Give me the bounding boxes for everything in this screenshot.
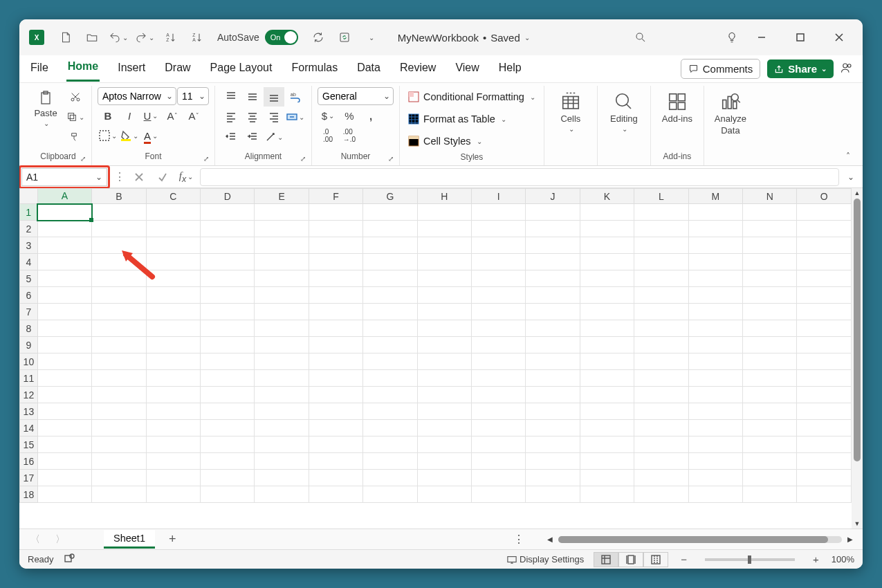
col-header-F[interactable]: F [309, 189, 362, 204]
enter-formula-button[interactable] [153, 168, 172, 186]
lightbulb-icon[interactable] [720, 26, 744, 49]
wrap-text-button[interactable]: ab [285, 87, 306, 107]
scroll-down-icon[interactable]: ▼ [853, 519, 862, 529]
comments-button[interactable]: Comments [681, 59, 761, 79]
col-header-K[interactable]: K [580, 189, 634, 204]
font-color-button[interactable]: A⌄ [140, 126, 161, 145]
align-left-button[interactable] [221, 107, 241, 127]
merge-center-button[interactable]: ⌄ [285, 107, 306, 127]
vscroll-thumb[interactable] [854, 199, 861, 461]
cell-styles-button[interactable]: Cell Styles⌄ [405, 131, 485, 151]
format-painter-button[interactable] [65, 127, 86, 147]
col-header-J[interactable]: J [526, 189, 580, 204]
vertical-scrollbar[interactable]: ▲ ▼ [852, 188, 863, 529]
select-all-corner[interactable] [20, 189, 38, 204]
view-page-break-button[interactable] [643, 552, 668, 567]
row-header-4[interactable]: 4 [20, 254, 38, 270]
horizontal-scrollbar[interactable] [558, 536, 842, 543]
decrease-indent-button[interactable] [221, 127, 241, 147]
percent-button[interactable]: % [339, 106, 360, 125]
insert-function-button[interactable]: fx⌄ [176, 168, 196, 186]
tab-view[interactable]: View [454, 57, 480, 81]
row-header-5[interactable]: 5 [20, 270, 38, 287]
align-right-button[interactable] [264, 107, 284, 127]
collapse-ribbon-button[interactable]: ˄ [839, 147, 857, 165]
col-header-M[interactable]: M [688, 189, 742, 204]
tab-formulas[interactable]: Formulas [290, 57, 339, 81]
sheet-nav-prev[interactable]: 〈 [26, 533, 44, 546]
align-center-button[interactable] [242, 107, 263, 127]
row-header-2[interactable]: 2 [20, 221, 38, 237]
view-normal-button[interactable] [594, 552, 618, 567]
sort-desc-icon[interactable]: ZA [185, 26, 209, 49]
clipboard-dialog-launcher[interactable]: ⤢ [80, 155, 86, 163]
name-box[interactable]: A1 [21, 168, 107, 186]
row-header-9[interactable]: 9 [20, 337, 38, 353]
share-button[interactable]: Share ⌄ [767, 59, 834, 78]
col-header-G[interactable]: G [363, 189, 417, 204]
align-middle-button[interactable] [242, 87, 263, 107]
col-header-O[interactable]: O [797, 189, 852, 204]
sheet-menu-icon[interactable]: ⋮ [513, 533, 524, 546]
italic-button[interactable]: I [119, 106, 140, 125]
font-dialog-launcher[interactable]: ⤢ [203, 155, 209, 163]
format-as-table-button[interactable]: Format as Table⌄ [405, 109, 509, 129]
currency-button[interactable]: $⌄ [318, 106, 338, 125]
tab-insert[interactable]: Insert [116, 57, 147, 81]
hscroll-left-icon[interactable]: ◀ [544, 535, 555, 543]
copy-button[interactable]: ⌄ [65, 107, 86, 127]
col-header-B[interactable]: B [92, 189, 146, 204]
underline-button[interactable]: U⌄ [140, 106, 161, 125]
macro-record-icon[interactable] [64, 553, 75, 566]
alignment-dialog-launcher[interactable]: ⤢ [300, 155, 306, 163]
col-header-I[interactable]: I [472, 189, 526, 204]
sync-icon[interactable] [333, 26, 356, 49]
autosave-toggle[interactable]: On [265, 30, 298, 45]
row-header-10[interactable]: 10 [20, 353, 38, 370]
font-size-select[interactable]: 11 [177, 87, 209, 105]
zoom-out-button[interactable]: − [678, 553, 690, 565]
minimize-button[interactable] [746, 27, 777, 48]
tab-draw[interactable]: Draw [163, 57, 192, 81]
row-header-8[interactable]: 8 [20, 320, 38, 337]
add-sheet-button[interactable]: + [162, 532, 183, 546]
analyze-data-button[interactable]: Analyze Data [710, 87, 751, 136]
shrink-font-button[interactable]: A˅ [183, 106, 204, 125]
new-file-icon[interactable] [54, 26, 77, 49]
col-header-H[interactable]: H [417, 189, 471, 204]
refresh-icon[interactable] [306, 26, 330, 49]
qat-customize-icon[interactable]: ⌄ [359, 26, 383, 49]
formula-input[interactable] [200, 168, 839, 186]
col-header-A[interactable]: A [37, 189, 91, 204]
cell-A1[interactable] [37, 204, 91, 221]
increase-decimal-button[interactable]: .0.00 [318, 126, 338, 145]
col-header-L[interactable]: L [634, 189, 688, 204]
row-header-7[interactable]: 7 [20, 304, 38, 320]
row-header-16[interactable]: 16 [20, 453, 38, 470]
undo-button[interactable]: ⌄ [107, 26, 130, 49]
row-header-12[interactable]: 12 [20, 387, 38, 403]
conditional-formatting-button[interactable]: Conditional Formatting⌄ [405, 87, 538, 107]
open-file-icon[interactable] [80, 26, 104, 49]
row-header-17[interactable]: 17 [20, 470, 38, 486]
col-header-D[interactable]: D [201, 189, 255, 204]
grow-font-button[interactable]: A˄ [162, 106, 183, 125]
tab-review[interactable]: Review [398, 57, 437, 81]
decrease-decimal-button[interactable]: .00→.0 [339, 126, 360, 145]
align-top-button[interactable] [221, 87, 241, 107]
row-header-11[interactable]: 11 [20, 370, 38, 387]
tab-home[interactable]: Home [66, 56, 100, 82]
hscroll-right-icon[interactable]: ▶ [845, 535, 856, 543]
row-header-15[interactable]: 15 [20, 437, 38, 453]
sort-asc-icon[interactable]: AZ [159, 26, 183, 49]
increase-indent-button[interactable] [242, 127, 263, 147]
redo-button[interactable]: ⌄ [133, 26, 156, 49]
cut-button[interactable] [65, 87, 86, 107]
tab-help[interactable]: Help [497, 57, 523, 81]
tab-data[interactable]: Data [356, 57, 382, 81]
align-bottom-button[interactable] [264, 87, 284, 107]
view-page-layout-button[interactable] [618, 552, 643, 567]
col-header-E[interactable]: E [255, 189, 309, 204]
display-settings-button[interactable]: Display Settings [507, 554, 584, 564]
tab-file[interactable]: File [29, 57, 50, 81]
